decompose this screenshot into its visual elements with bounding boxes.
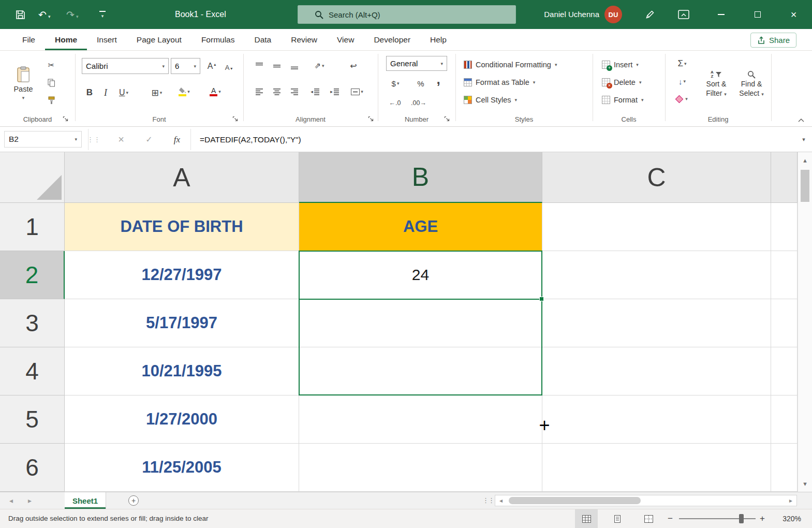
increase-font-size-button[interactable]: A▴ <box>204 58 219 74</box>
cell-styles-button[interactable]: Cell Styles ▾ <box>464 92 517 108</box>
insert-cells-button[interactable]: + Insert ▾ <box>602 57 639 72</box>
fill-handle[interactable] <box>539 297 544 301</box>
column-header-a[interactable]: A <box>65 152 299 203</box>
fill-button[interactable]: ↓ ▾ <box>672 74 692 89</box>
cell-A1[interactable]: DATE OF BIRTH <box>65 203 299 251</box>
select-all-button[interactable] <box>0 152 65 203</box>
comma-style-button[interactable]: , <box>433 71 444 87</box>
delete-cells-button[interactable]: × Delete ▾ <box>602 75 641 90</box>
name-box[interactable]: B2 ▾ <box>4 131 82 148</box>
borders-button[interactable]: ⊞ ▾ <box>147 85 167 100</box>
middle-align-button[interactable] <box>269 58 285 74</box>
cell-A3[interactable]: 5/17/1997 <box>65 299 299 347</box>
cell-A5[interactable]: 1/27/2000 <box>65 395 299 444</box>
formula-input[interactable]: =DATEDIF(A2,TODAY(),"Y") <box>200 127 301 152</box>
cell-B5[interactable] <box>299 395 542 444</box>
cell-B4[interactable] <box>299 347 542 395</box>
font-name-combo[interactable]: Calibri ▾ <box>82 58 169 74</box>
conditional-formatting-button[interactable]: Conditional Formatting ▾ <box>464 57 557 72</box>
tab-help[interactable]: Help <box>420 29 456 50</box>
find-select-button[interactable]: Find & Select ▾ <box>735 55 768 113</box>
cell-B6[interactable] <box>299 444 542 492</box>
align-left-button[interactable] <box>252 84 267 99</box>
add-sheet-button[interactable]: + <box>128 495 139 506</box>
sort-filter-button[interactable]: AZ Sort & Filter ▾ <box>700 55 733 113</box>
italic-button[interactable]: I <box>99 85 112 100</box>
page-break-preview-button[interactable] <box>637 509 660 528</box>
expand-formula-bar-button[interactable]: ▾ <box>798 127 809 152</box>
cell-A6[interactable]: 11/25/2005 <box>65 444 299 492</box>
column-header-c[interactable]: C <box>542 152 771 203</box>
cell-B3[interactable] <box>299 299 542 347</box>
cell-D6[interactable] <box>771 444 798 492</box>
save-button[interactable] <box>16 0 25 29</box>
decrease-decimal-button[interactable]: .00→ <box>408 95 430 111</box>
percent-style-button[interactable]: % <box>414 76 427 91</box>
cell-A2[interactable]: 12/27/1997 <box>65 251 299 299</box>
tab-developer[interactable]: Developer <box>364 29 420 50</box>
wrap-text-button[interactable]: ↩ <box>346 58 361 74</box>
cell-A4[interactable]: 10/21/1995 <box>65 347 299 395</box>
row-header-4[interactable]: 4 <box>0 347 65 395</box>
avatar[interactable]: DU <box>604 6 622 23</box>
cell-B1[interactable]: AGE <box>299 203 542 251</box>
insert-function-button[interactable]: fx <box>167 127 187 152</box>
bottom-align-button[interactable] <box>287 58 302 74</box>
paste-button[interactable]: Paste ▾ <box>8 55 38 112</box>
column-header-d[interactable] <box>771 152 798 203</box>
cell-D1[interactable] <box>771 203 798 251</box>
ribbon-display-options-button[interactable] <box>678 0 689 29</box>
quick-access-customize-button[interactable]: ▾ <box>99 0 106 29</box>
align-right-button[interactable] <box>287 84 302 99</box>
page-layout-view-button[interactable] <box>606 509 629 528</box>
maximize-button[interactable] <box>745 0 770 29</box>
number-format-combo[interactable]: General ▾ <box>386 56 447 71</box>
tab-page-layout[interactable]: Page Layout <box>127 29 191 50</box>
tab-formulas[interactable]: Formulas <box>191 29 245 50</box>
tab-bar-splitter[interactable]: ⋮⋮ <box>482 492 494 509</box>
align-center-button[interactable] <box>269 84 285 99</box>
share-button[interactable]: Share <box>750 33 796 48</box>
zoom-slider-thumb[interactable] <box>739 514 744 523</box>
tab-data[interactable]: Data <box>244 29 281 50</box>
cell-C3[interactable] <box>542 299 771 347</box>
font-size-combo[interactable]: 6 ▾ <box>171 58 200 74</box>
row-header-6[interactable]: 6 <box>0 444 65 492</box>
format-painter-button[interactable] <box>43 93 59 108</box>
underline-button[interactable]: U ▾ <box>114 85 134 100</box>
cell-C5[interactable] <box>542 395 771 444</box>
close-button[interactable]: × <box>781 0 806 29</box>
sheet-nav-left-button[interactable]: ◂ <box>9 492 13 509</box>
scroll-up-icon[interactable]: ▴ <box>798 156 812 164</box>
normal-view-button[interactable] <box>575 509 598 528</box>
cancel-button[interactable]: × <box>111 127 131 152</box>
zoom-level[interactable]: 320% <box>772 509 801 528</box>
vertical-scrollbar[interactable]: ▴ ▾ <box>798 152 812 492</box>
increase-indent-button[interactable]: ▸ <box>326 84 344 99</box>
scroll-down-icon[interactable]: ▾ <box>798 480 812 488</box>
zoom-slider[interactable] <box>679 518 756 519</box>
scroll-right-icon[interactable]: ▸ <box>785 497 796 504</box>
redo-button[interactable]: ↷ ▾ <box>66 0 78 29</box>
bold-button[interactable]: B <box>83 85 96 100</box>
accounting-format-button[interactable]: $ ▾ <box>387 76 404 91</box>
cell-D5[interactable] <box>771 395 798 444</box>
collapse-ribbon-button[interactable] <box>798 115 805 122</box>
tab-file[interactable]: File <box>12 29 45 50</box>
horizontal-scrollbar[interactable]: ◂ ▸ <box>495 495 797 506</box>
row-header-3[interactable]: 3 <box>0 299 65 347</box>
vertical-scroll-thumb[interactable] <box>801 170 809 202</box>
search-box[interactable]: Search (Alt+Q) <box>298 5 516 24</box>
cell-D3[interactable] <box>771 299 798 347</box>
cell-C2[interactable] <box>542 251 771 299</box>
merge-center-button[interactable]: ▾ <box>346 84 368 99</box>
increase-decimal-button[interactable]: ←.0 <box>385 95 405 111</box>
format-as-table-button[interactable]: Format as Table ▾ <box>464 75 535 90</box>
row-header-2[interactable]: 2 <box>0 251 65 299</box>
row-header-5[interactable]: 5 <box>0 395 65 444</box>
cell-B2[interactable]: 24 <box>299 251 542 299</box>
tab-home[interactable]: Home <box>45 29 87 50</box>
fill-color-button[interactable]: ▾ <box>174 84 195 99</box>
copy-button[interactable] <box>43 76 59 90</box>
cell-D2[interactable] <box>771 251 798 299</box>
